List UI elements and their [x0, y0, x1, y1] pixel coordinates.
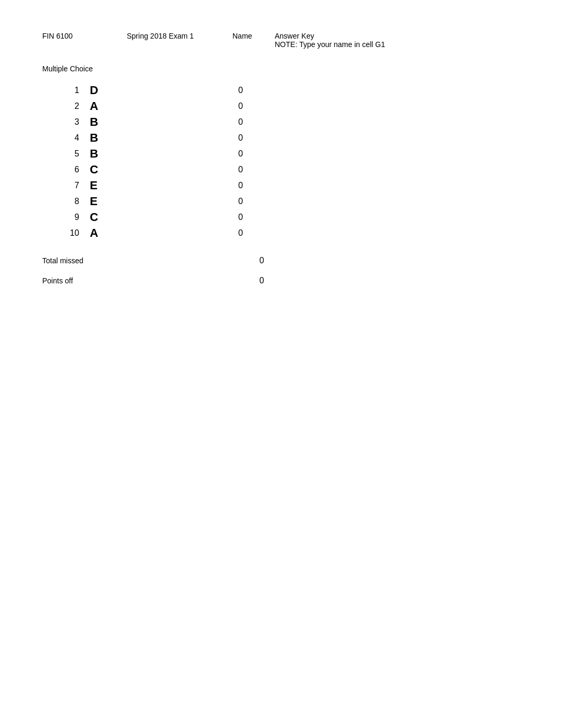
total-missed-row: Total missed 0: [42, 256, 519, 265]
table-row: 10A0: [53, 226, 519, 240]
name-label: Name: [232, 32, 275, 40]
question-score: 0: [201, 181, 243, 190]
question-number: 7: [53, 181, 85, 190]
table-row: 2A0: [53, 99, 519, 113]
section-title: Multiple Choice: [42, 64, 519, 73]
question-number: 6: [53, 165, 85, 174]
table-row: 3B0: [53, 115, 519, 129]
question-answer: B: [85, 147, 116, 161]
course-label: FIN 6100: [42, 32, 127, 40]
table-row: 8E0: [53, 195, 519, 208]
question-score: 0: [201, 133, 243, 143]
question-score: 0: [201, 117, 243, 127]
question-score: 0: [201, 213, 243, 222]
question-score: 0: [201, 86, 243, 95]
question-number: 9: [53, 213, 85, 222]
question-score: 0: [201, 228, 243, 238]
table-row: 7E0: [53, 179, 519, 192]
table-row: 6C0: [53, 163, 519, 177]
points-off-row: Points off 0: [42, 276, 519, 285]
points-off-label: Points off: [42, 277, 148, 285]
question-answer: E: [85, 195, 116, 208]
question-answer: A: [85, 99, 116, 113]
question-answer: B: [85, 131, 116, 145]
exam-label: Spring 2018 Exam 1: [127, 32, 232, 40]
question-answer: E: [85, 179, 116, 192]
multiple-choice-table: 1D02A03B04B05B06C07E08E09C010A0: [53, 84, 519, 240]
question-number: 3: [53, 117, 85, 127]
question-answer: C: [85, 163, 116, 177]
question-score: 0: [201, 197, 243, 206]
question-number: 1: [53, 86, 85, 95]
points-off-value: 0: [222, 276, 264, 285]
table-row: 1D0: [53, 84, 519, 97]
question-answer: C: [85, 210, 116, 224]
question-number: 10: [53, 228, 85, 238]
question-number: 4: [53, 133, 85, 143]
question-score: 0: [201, 149, 243, 159]
total-missed-value: 0: [222, 256, 264, 265]
table-row: 4B0: [53, 131, 519, 145]
answer-key-block: Answer Key NOTE: Type your name in cell …: [275, 32, 385, 49]
answer-key-note: NOTE: Type your name in cell G1: [275, 40, 385, 49]
total-missed-label: Total missed: [42, 256, 148, 265]
question-number: 2: [53, 102, 85, 111]
question-answer: D: [85, 84, 116, 97]
table-row: 9C0: [53, 210, 519, 224]
question-number: 5: [53, 149, 85, 159]
table-row: 5B0: [53, 147, 519, 161]
answer-key-title: Answer Key: [275, 32, 385, 40]
question-score: 0: [201, 102, 243, 111]
question-answer: A: [85, 226, 116, 240]
question-score: 0: [201, 165, 243, 174]
question-answer: B: [85, 115, 116, 129]
header: FIN 6100 Spring 2018 Exam 1 Name Answer …: [42, 32, 519, 49]
question-number: 8: [53, 197, 85, 206]
